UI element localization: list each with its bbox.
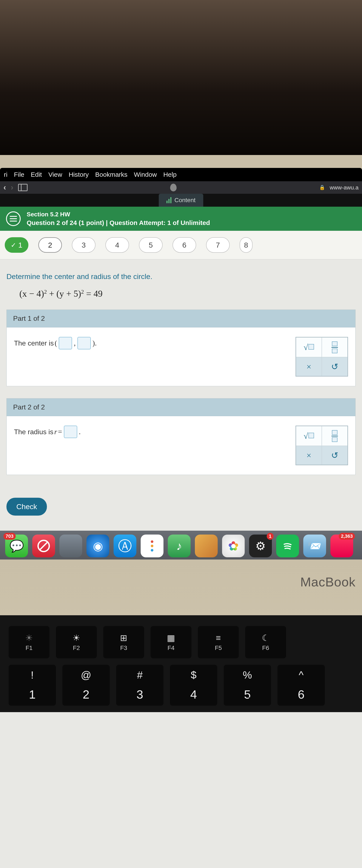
sidebar-toggle-icon[interactable] xyxy=(18,184,28,191)
sqrt-tool[interactable] xyxy=(296,337,322,357)
key-f5: ≡F5 xyxy=(198,626,239,658)
center-y-input[interactable] xyxy=(77,337,91,349)
dock-messages[interactable]: 703💬 xyxy=(5,534,28,557)
question-pill-4[interactable]: 4 xyxy=(105,237,129,253)
fraction-tool-2[interactable] xyxy=(322,426,348,446)
menu-window[interactable]: Window xyxy=(134,171,157,178)
check-button[interactable]: Check xyxy=(6,498,47,516)
fraction-tool[interactable] xyxy=(322,337,348,357)
messages-badge: 703 xyxy=(3,533,16,540)
key-4: $4 xyxy=(170,665,217,706)
check-icon: ✓ xyxy=(11,241,16,249)
dock-music[interactable]: 2,363 xyxy=(330,534,353,557)
key-2: @2 xyxy=(62,665,110,706)
key-f4: ▦F4 xyxy=(151,626,191,658)
dock-appstore[interactable]: Ⓐ xyxy=(113,534,136,557)
macos-dock: 703💬 ◉ Ⓐ ♪ ✿ 1⚙ 📨 2,363 xyxy=(0,531,362,559)
dock-app-orange[interactable] xyxy=(195,534,218,557)
menu-bookmarks[interactable]: Bookmarks xyxy=(95,171,128,178)
menu-edit[interactable]: Edit xyxy=(31,171,42,178)
keyboard: ☀F1☀F2⊞F3▦F4≡F5☾F6 !1@2#3$4%5^6 xyxy=(0,615,362,712)
lock-icon: 🔒 xyxy=(319,185,325,190)
menu-file[interactable]: File xyxy=(14,171,24,178)
macos-menubar: ri File Edit View History Bookmarks Wind… xyxy=(0,168,362,181)
clear-tool[interactable]: × xyxy=(296,357,322,376)
dock-settings[interactable]: 1⚙ xyxy=(249,534,272,557)
question-pill-6[interactable]: 6 xyxy=(172,237,196,253)
dock-spotify[interactable] xyxy=(276,534,299,557)
dock-app-grey[interactable] xyxy=(59,534,82,557)
key-f2: ☀F2 xyxy=(56,626,97,658)
section-title: Section 5.2 HW xyxy=(27,211,210,218)
question-prompt: Determine the center and radius of the c… xyxy=(6,272,356,281)
part-2-header: Part 2 of 2 xyxy=(7,399,355,416)
question-nav: ✓ 1 2 3 4 5 6 7 8 xyxy=(0,231,362,259)
menu-help[interactable]: Help xyxy=(163,171,176,178)
question-pill-7[interactable]: 7 xyxy=(206,237,230,253)
part-2-panel: Part 2 of 2 The radius is r = . xyxy=(6,398,356,475)
question-pill-8[interactable]: 8 xyxy=(240,237,253,253)
menu-icon[interactable] xyxy=(6,211,21,226)
dock-siri[interactable]: ◉ xyxy=(87,534,109,557)
bars-icon xyxy=(166,197,171,203)
back-button[interactable]: ‹ xyxy=(3,183,6,192)
key-6: ^6 xyxy=(277,665,325,706)
privacy-shield-icon[interactable] xyxy=(170,184,176,191)
part-1-statement: The center is ( , ). xyxy=(14,337,97,349)
svg-line-1 xyxy=(40,542,47,550)
laptop-brand: MacBook xyxy=(0,568,362,615)
forward-button: › xyxy=(11,183,13,192)
dock-reminders[interactable] xyxy=(141,534,163,557)
part-1-panel: Part 1 of 2 The center is ( , ). xyxy=(6,310,356,386)
equation: (x − 4)2 + (y + 5)2 = 49 xyxy=(19,288,356,299)
part-1-header: Part 1 of 2 xyxy=(7,310,355,328)
mouse-cursor-icon: ↖ xyxy=(245,692,251,700)
question-pill-5[interactable]: 5 xyxy=(139,237,163,253)
app-name: ri xyxy=(4,171,7,178)
music-badge: 2,363 xyxy=(339,533,355,540)
question-pill-2[interactable]: 2 xyxy=(38,237,62,253)
browser-tab-content[interactable]: Content xyxy=(159,194,203,207)
undo-tool-2[interactable]: ↻ xyxy=(322,446,348,465)
dock-app-green[interactable]: ♪ xyxy=(168,534,191,557)
question-status: Question 2 of 24 (1 point) | Question At… xyxy=(27,219,210,226)
menu-history[interactable]: History xyxy=(69,171,89,178)
question-pill-1[interactable]: ✓ 1 xyxy=(5,237,28,253)
browser-toolbar: ‹ › 🔒 www-awu.a xyxy=(0,181,362,194)
part-2-statement: The radius is r = . xyxy=(14,426,81,438)
clear-tool-2[interactable]: × xyxy=(296,446,322,465)
key-3: #3 xyxy=(116,665,163,706)
address-bar-text[interactable]: www-awu.a xyxy=(330,184,359,191)
sqrt-tool-2[interactable] xyxy=(296,426,322,446)
assignment-header: Section 5.2 HW Question 2 of 24 (1 point… xyxy=(0,207,362,231)
radius-input[interactable] xyxy=(64,426,77,438)
key-f1: ☀F1 xyxy=(9,626,50,658)
question-pill-3[interactable]: 3 xyxy=(72,237,96,253)
dock-app-red[interactable] xyxy=(32,534,55,557)
dock-mail[interactable]: 📨 xyxy=(303,534,326,557)
dock-photos[interactable]: ✿ xyxy=(222,534,245,557)
math-toolbox-2: × ↻ xyxy=(296,426,348,465)
center-x-input[interactable] xyxy=(59,337,72,349)
key-f6: ☾F6 xyxy=(245,626,286,658)
undo-tool[interactable]: ↻ xyxy=(322,357,348,376)
settings-badge: 1 xyxy=(267,533,273,540)
tab-label: Content xyxy=(174,197,196,204)
key-1: !1 xyxy=(9,665,56,706)
math-toolbox-1: × ↻ xyxy=(296,337,348,376)
key-f3: ⊞F3 xyxy=(103,626,144,658)
menu-view[interactable]: View xyxy=(48,171,62,178)
